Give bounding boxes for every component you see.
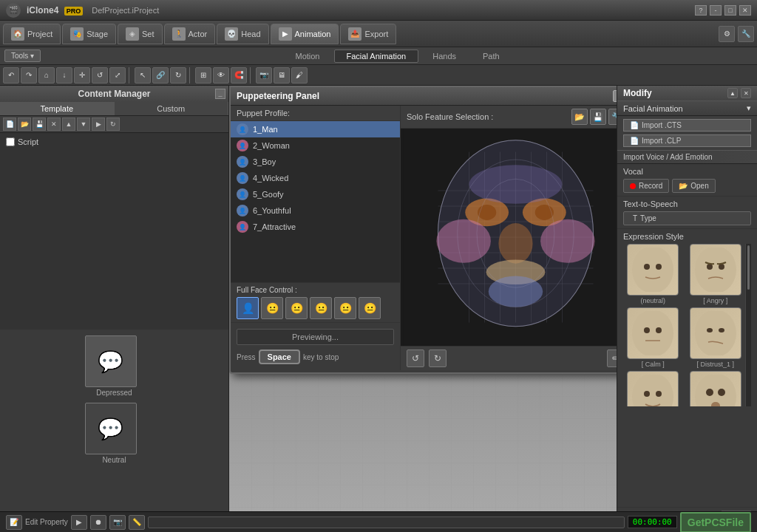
tab-actor[interactable]: 🚶 Actor — [164, 24, 216, 44]
expression-scrollbar[interactable] — [745, 244, 751, 406]
redo-button[interactable]: ↷ — [21, 67, 37, 83]
close-button[interactable]: ✕ — [739, 5, 751, 16]
facial-animation-section[interactable]: Facial Animation ▾ — [617, 100, 757, 116]
thumbnail-neutral[interactable]: 💬 Neutral — [85, 403, 144, 464]
script-item[interactable]: Script — [3, 136, 225, 148]
expr-pleased-face[interactable] — [627, 371, 679, 406]
camera-bottom-button[interactable]: 📷 — [109, 515, 126, 530]
tab-head[interactable]: 💀 Head — [217, 24, 268, 44]
expr-calm-face[interactable] — [627, 307, 679, 359]
face-thumb-0[interactable]: 👤 — [237, 297, 259, 319]
face-thumb-5[interactable]: 😐 — [359, 297, 381, 319]
script-checkbox[interactable] — [6, 137, 15, 146]
space-key[interactable]: Space — [259, 349, 300, 364]
link-button[interactable]: 🔗 — [152, 67, 169, 83]
loop-script-button[interactable]: ↻ — [106, 117, 120, 131]
puppet-rotate-button[interactable]: ↺ — [407, 349, 424, 367]
puppet-reset-button[interactable]: ↻ — [429, 349, 447, 367]
center-viewport: ▼ Follow Cam - Face Vertex Shading ◀ Pup… — [229, 86, 617, 532]
content-manager-header: Content Manager _ — [0, 86, 228, 102]
puppet-erase-button[interactable]: ✏ — [607, 349, 617, 367]
view-button[interactable]: 👁 — [213, 67, 229, 83]
tools-button[interactable]: Tools ▾ — [4, 50, 41, 62]
face-thumb-2[interactable]: 😐 — [285, 297, 308, 319]
import-clp-button[interactable]: 📄 Import .CLP — [623, 134, 751, 147]
face-thumb-1[interactable]: 😐 — [261, 297, 283, 319]
type-button[interactable]: T Type — [623, 211, 751, 225]
move-button[interactable]: ✛ — [74, 67, 90, 83]
tab-stage[interactable]: 🎭 Stage — [62, 24, 116, 44]
tab-custom[interactable]: Custom — [115, 102, 229, 115]
subtab-hands[interactable]: Hands — [420, 50, 469, 63]
tab-export[interactable]: 📤 Export — [340, 24, 396, 44]
timeline-bar[interactable] — [148, 516, 625, 528]
subtab-motion[interactable]: Motion — [282, 50, 332, 63]
solo-feature-label: Solo Feature Selection : — [407, 112, 493, 121]
sf-wrench-button[interactable]: 🔧 — [608, 109, 617, 125]
panel-minimize-button[interactable]: _ — [215, 89, 225, 99]
minimize-button[interactable]: - — [710, 5, 722, 16]
record-button[interactable]: Record — [623, 179, 669, 193]
ruler-button[interactable]: 📏 — [129, 515, 145, 530]
save-script-button[interactable]: 💾 — [33, 117, 46, 131]
expr-angry: [ Angry ] — [686, 244, 746, 304]
record-timeline-button[interactable]: ⏺ — [90, 515, 106, 530]
svg-point-47 — [656, 327, 662, 333]
profile-item-7attractive[interactable]: 👤 7_Attractive — [231, 219, 400, 235]
render-button[interactable]: 🖥 — [274, 67, 290, 83]
profile-item-5goofy[interactable]: 👤 5_Goofy — [231, 186, 400, 202]
move-up-button[interactable]: ▲ — [62, 117, 75, 131]
down-button[interactable]: ↓ — [56, 67, 72, 83]
select-button[interactable]: ↖ — [135, 67, 151, 83]
panel-up-button[interactable]: ▲ — [727, 88, 738, 98]
profile-item-1man[interactable]: 👤 1_Man — [231, 121, 400, 137]
new-script-button[interactable]: 📄 — [3, 117, 16, 131]
rotate-button[interactable]: ↺ — [92, 67, 108, 83]
sf-save-button[interactable]: 💾 — [590, 109, 606, 125]
tab-animation[interactable]: ▶ Animation — [271, 24, 339, 44]
profile-item-3boy[interactable]: 👤 3_Boy — [231, 154, 400, 170]
play-script-button[interactable]: ▶ — [92, 117, 105, 131]
move-down-button[interactable]: ▼ — [77, 117, 90, 131]
puppet-close-button[interactable]: ✕ — [613, 90, 617, 102]
help-button[interactable]: ? — [695, 5, 707, 16]
camera-button[interactable]: 📷 — [256, 67, 272, 83]
svg-point-41 — [656, 264, 662, 270]
expr-angry-face[interactable] — [690, 244, 741, 296]
refresh-button[interactable]: ↻ — [170, 67, 186, 83]
panel-close-button[interactable]: ✕ — [741, 88, 751, 98]
subtab-path[interactable]: Path — [470, 50, 512, 63]
profile-item-6youthful[interactable]: 👤 6_Youthful — [231, 202, 400, 219]
undo-button[interactable]: ↶ — [3, 67, 19, 83]
settings-icon[interactable]: 🔧 — [738, 26, 754, 42]
thumbnail-depressed[interactable]: 💬 Depressed — [85, 335, 144, 397]
face-thumb-4[interactable]: 😐 — [334, 297, 356, 319]
snap-button[interactable]: 🧲 — [231, 67, 247, 83]
gear-icon[interactable]: ⚙ — [719, 26, 735, 42]
edit-property-button[interactable]: 📝 — [6, 515, 22, 530]
profile-item-2woman[interactable]: 👤 2_Woman — [231, 137, 400, 154]
profile-item-4wicked[interactable]: 👤 4_Wicked — [231, 170, 400, 186]
face-thumb-3[interactable]: 😐 — [310, 297, 332, 319]
paint-button[interactable]: 🖌 — [291, 67, 308, 83]
expr-distrust-face[interactable] — [690, 307, 741, 359]
delete-script-button[interactable]: ✕ — [47, 117, 61, 131]
import-cts-button[interactable]: 📄 Import .CTS — [623, 119, 751, 132]
tab-template[interactable]: Template — [0, 102, 115, 115]
expr-neutral-face[interactable] — [627, 244, 679, 296]
scale-button[interactable]: ⤢ — [109, 67, 126, 83]
maximize-button[interactable]: □ — [724, 5, 736, 16]
sf-folder-button[interactable]: 📂 — [571, 109, 588, 125]
tab-set[interactable]: ◈ Set — [118, 24, 163, 44]
open-icon: 📂 — [679, 182, 688, 190]
subtab-facial[interactable]: Facial Animation — [334, 50, 419, 63]
actor-icon: 🚶 — [172, 27, 186, 41]
grid-button[interactable]: ⊞ — [195, 67, 211, 83]
scroll-thumb[interactable] — [747, 245, 750, 290]
open-button[interactable]: 📂 Open — [672, 179, 715, 193]
play-button[interactable]: ▶ — [71, 515, 87, 530]
home-button[interactable]: ⌂ — [38, 67, 55, 83]
tab-project[interactable]: 🏠 Project — [3, 24, 61, 44]
open-script-button[interactable]: 📂 — [18, 117, 31, 131]
expr-surprised-face[interactable] — [690, 371, 741, 406]
